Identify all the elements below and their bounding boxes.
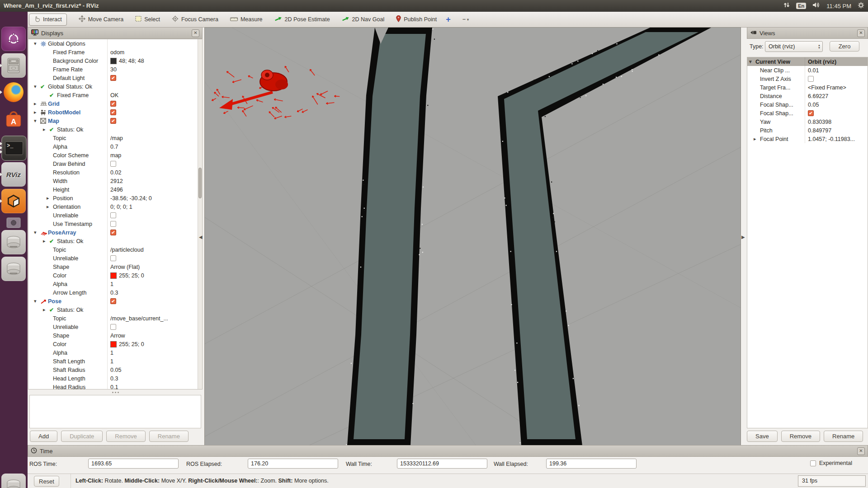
tree-row-frame-rate[interactable]: Frame Rate30 — [28, 65, 202, 74]
tree-row-draw-behind[interactable]: Draw Behind — [28, 160, 202, 168]
expander-closed-icon[interactable]: ▸ — [34, 109, 40, 115]
tool-2d-nav-goal[interactable]: 2D Nav Goal — [342, 16, 385, 23]
expander-closed-icon[interactable]: ▸ — [43, 127, 49, 132]
property-value[interactable]: 1 — [110, 358, 113, 365]
property-value[interactable]: 1 — [110, 281, 113, 287]
panel-splitter-handle[interactable] — [28, 390, 203, 394]
wall-time-input[interactable] — [397, 459, 487, 469]
tree-row-width[interactable]: Width2912 — [28, 177, 202, 185]
property-value[interactable]: 0.3 — [110, 290, 118, 296]
tool-measure[interactable]: Measure — [230, 16, 263, 23]
launcher-item-firefox[interactable] — [1, 80, 26, 104]
property-value[interactable]: 48; 48; 48 — [119, 58, 144, 64]
tree-row-color[interactable]: Color255; 25; 0 — [28, 340, 202, 348]
property-value[interactable]: /move_base/current_... — [110, 315, 168, 322]
property-value[interactable]: 2496 — [110, 187, 123, 193]
remove-tool-button[interactable]: −▾ — [462, 16, 469, 23]
tree-row-status-ok[interactable]: ▸✔Status: Ok — [28, 305, 202, 314]
view-type-combobox[interactable]: Orbit (rviz) ▲▼ — [765, 41, 823, 52]
tree-row-topic[interactable]: Topic/particlecloud — [28, 245, 202, 254]
tree-row-global-status-ok[interactable]: ▾✔Global Status: Ok — [28, 82, 202, 91]
reset-button[interactable]: Reset — [34, 476, 59, 487]
tree-row-background-color[interactable]: Background Color48; 48; 48 — [28, 56, 202, 65]
checkbox[interactable]: ✔ — [110, 101, 116, 107]
property-value[interactable]: 0.849797 — [808, 127, 831, 134]
tree-row-shape[interactable]: ShapeArrow (Flat) — [28, 263, 202, 271]
checkbox[interactable]: ✔ — [110, 118, 116, 124]
launcher-item-rviz[interactable]: RViz — [1, 162, 26, 187]
checkbox[interactable] — [110, 324, 116, 330]
displays-panel-header[interactable]: Displays ✕ — [28, 27, 203, 39]
duplicate-button[interactable]: Duplicate — [61, 431, 103, 442]
tree-row-height[interactable]: Height2496 — [28, 185, 202, 194]
checkbox[interactable] — [110, 255, 116, 261]
checkbox[interactable]: ✔ — [110, 109, 116, 115]
launcher-item-files[interactable] — [1, 53, 26, 78]
checkbox[interactable] — [110, 221, 116, 227]
rename-button[interactable]: Rename — [824, 431, 863, 442]
3d-viewport[interactable] — [204, 27, 741, 446]
close-icon[interactable]: ✕ — [192, 29, 199, 37]
property-value[interactable]: 6.69227 — [808, 93, 828, 99]
property-value[interactable]: 0.05 — [808, 102, 819, 108]
tool-move-camera[interactable]: Move Camera — [79, 15, 124, 23]
add-tool-button[interactable]: + — [446, 15, 451, 24]
tree-row-global-options[interactable]: ▾Global Options — [28, 39, 202, 48]
tree-row-fixed-frame[interactable]: Fixed Frameodom — [28, 48, 202, 56]
property-value[interactable]: -38.56; -30.24; 0 — [110, 195, 152, 202]
zero-button[interactable]: Zero — [830, 41, 859, 52]
property-value[interactable]: 1.0457; -0.11983... — [808, 136, 855, 142]
expander-closed-icon[interactable]: ▸ — [43, 238, 49, 244]
experimental-checkbox[interactable] — [810, 460, 816, 466]
tree-row-unreliable[interactable]: Unreliable — [28, 323, 202, 331]
tool-2d-pose-estimate[interactable]: 2D Pose Estimate — [274, 16, 330, 23]
close-icon[interactable]: ✕ — [857, 447, 865, 455]
property-value[interactable]: Arrow (Flat) — [110, 264, 140, 270]
checkbox[interactable] — [110, 212, 116, 218]
scrollbar-thumb[interactable] — [198, 168, 202, 198]
session-gear-icon[interactable] — [858, 2, 864, 10]
remove-button[interactable]: Remove — [781, 431, 820, 442]
launcher-item-terminal[interactable]: >_ — [1, 136, 27, 161]
launcher-item-gazebo[interactable] — [1, 189, 26, 213]
tree-row-focal-point[interactable]: ▸Focal Point1.0457; -0.11983... — [747, 135, 868, 143]
tree-row-orientation[interactable]: ▸Orientation0; 0; 0; 1 — [28, 202, 202, 211]
expander-open-icon[interactable]: ▾ — [34, 118, 40, 124]
tree-row-shape[interactable]: ShapeArrow — [28, 331, 202, 340]
tree-row-current-view[interactable]: ▾Current ViewOrbit (rviz) — [747, 57, 868, 66]
property-value[interactable]: 0.830398 — [808, 119, 831, 125]
tree-row-topic[interactable]: Topic/map — [28, 134, 202, 142]
tree-row-unreliable[interactable]: Unreliable — [28, 211, 202, 220]
tree-row-shaft-length[interactable]: Shaft Length1 — [28, 357, 202, 366]
tree-row-focal-shap-[interactable]: Focal Shap...0.05 — [747, 100, 868, 109]
save-button[interactable]: Save — [747, 431, 778, 442]
property-value[interactable]: 0; 0; 0; 1 — [110, 204, 132, 210]
ros-elapsed-input[interactable] — [248, 459, 338, 469]
collapse-right-icon[interactable]: ▶ — [741, 235, 745, 239]
property-value[interactable]: 255; 25; 0 — [119, 341, 144, 347]
tree-row-default-light[interactable]: Default Light✔ — [28, 74, 202, 82]
expander-closed-icon[interactable]: ▸ — [47, 204, 53, 210]
tool-interact[interactable]: Interact — [29, 14, 67, 26]
property-value[interactable]: 2912 — [110, 178, 123, 184]
property-value[interactable]: 0.1 — [110, 384, 118, 390]
tree-row-near-clip-[interactable]: Near Clip ...0.01 — [747, 66, 868, 75]
tree-row-color[interactable]: Color255; 25; 0 — [28, 271, 202, 280]
rename-button[interactable]: Rename — [149, 431, 189, 442]
tree-row-status-ok[interactable]: ▸✔Status: Ok — [28, 237, 202, 245]
tree-row-grid[interactable]: ▸Grid✔ — [28, 99, 202, 108]
tree-row-yaw[interactable]: Yaw0.830398 — [747, 117, 868, 126]
tree-row-distance[interactable]: Distance6.69227 — [747, 92, 868, 100]
launcher-item-ubuntu-software[interactable]: A — [1, 107, 26, 131]
launcher-item-disk-drive-2[interactable] — [1, 257, 26, 281]
launcher-item-disk-drive-3[interactable] — [1, 474, 26, 488]
updown-arrows-icon[interactable] — [783, 2, 790, 10]
expander-closed-icon[interactable]: ▸ — [754, 136, 760, 142]
time-panel-header[interactable]: Time ✕ — [28, 445, 868, 457]
property-value[interactable]: 0.05 — [110, 367, 121, 373]
property-value[interactable]: <Fixed Frame> — [808, 84, 846, 91]
expander-closed-icon[interactable]: ▸ — [34, 101, 40, 107]
keyboard-layout-indicator[interactable]: En — [796, 3, 806, 9]
checkbox[interactable]: ✔ — [808, 110, 814, 116]
property-value[interactable]: 0.7 — [110, 144, 118, 150]
